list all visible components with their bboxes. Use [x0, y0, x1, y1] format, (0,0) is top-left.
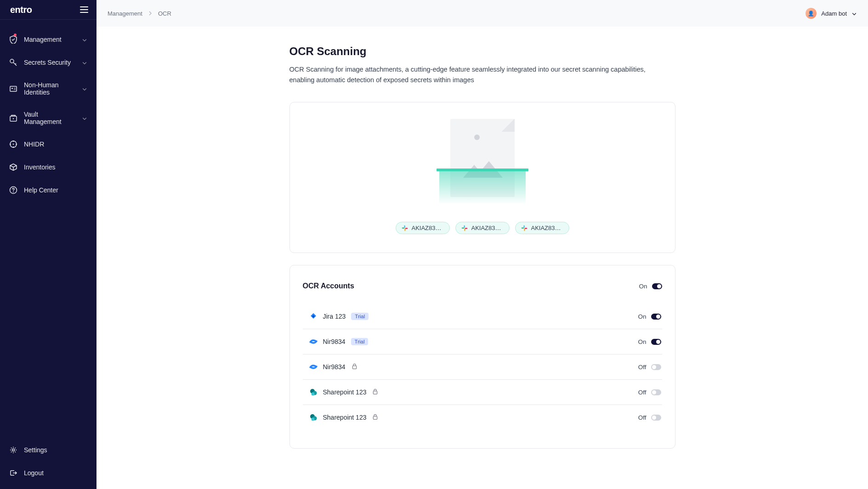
logout-icon [9, 469, 17, 477]
sidebar-item-nhidr[interactable]: NHIDR [0, 133, 96, 156]
account-name: Sharepoint 123 [323, 388, 367, 396]
confluence-icon [309, 337, 318, 346]
toggle-state-label: Off [638, 389, 647, 396]
illustration-card: AKIAZ837FG…AKIAZ837FG…AKIAZ837FG… [289, 102, 675, 253]
account-row: Nir9834Off [303, 354, 662, 380]
account-toggle[interactable] [651, 339, 661, 345]
vault-icon [9, 114, 17, 122]
master-toggle-label: On [639, 283, 647, 290]
chevron-down-icon [82, 114, 87, 122]
trial-badge: Trial [351, 313, 369, 320]
sidebar-item-management[interactable]: Management [0, 28, 96, 51]
account-name: Nir9834 [323, 363, 346, 371]
sidebar-item-logout[interactable]: Logout [0, 461, 96, 484]
account-name: Jira 123 [323, 313, 346, 320]
breadcrumb-leaf[interactable]: OCR [158, 10, 171, 17]
breadcrumb-root[interactable]: Management [108, 10, 142, 17]
lock-icon [372, 388, 379, 396]
account-toggle-group: Off [638, 414, 661, 421]
chevron-down-icon [82, 36, 87, 43]
master-toggle-group: On [639, 283, 662, 290]
account-info: Sharepoint 123 [309, 413, 379, 422]
toggle-state-label: Off [638, 414, 647, 421]
account-info: Nir9834 [309, 363, 358, 371]
account-row: Jira 123TrialOn [303, 304, 662, 329]
token-label: AKIAZ837FG… [471, 225, 504, 231]
account-row: Sharepoint 123Off [303, 380, 662, 405]
box-icon [9, 163, 17, 171]
toggle-state-label: On [638, 338, 646, 345]
lock-icon [372, 413, 379, 422]
sidebar-item-label: Secrets Security [24, 59, 75, 66]
detected-token-pill: AKIAZ837FG… [515, 222, 569, 234]
notification-dot [14, 34, 17, 36]
avatar: 👤 [806, 8, 817, 19]
token-label: AKIAZ837FG… [412, 225, 444, 231]
accounts-list: Jira 123TrialOnNir9834TrialOnNir9834OffS… [303, 304, 662, 430]
slack-icon [461, 225, 468, 231]
user-menu[interactable]: 👤 Adam bot [806, 8, 857, 19]
master-toggle[interactable] [652, 283, 662, 289]
sidebar-item-inventories[interactable]: Inventories [0, 156, 96, 179]
account-name: Nir9834 [323, 338, 346, 345]
shield-check-icon [9, 35, 17, 44]
jira-icon [309, 312, 318, 320]
menu-toggle-icon[interactable] [80, 6, 88, 13]
sharepoint-icon [309, 388, 318, 396]
sidebar-item-help-center[interactable]: Help Center [0, 179, 96, 202]
chevron-right-icon [148, 10, 153, 17]
toggle-state-label: Off [638, 364, 647, 371]
sidebar-item-label: Vault Management [24, 111, 75, 125]
page-description: OCR Scanning for image attachments, a cu… [289, 64, 666, 85]
toggle-state-label: On [638, 313, 646, 320]
breadcrumb: Management OCR [108, 10, 171, 17]
target-icon [9, 140, 17, 148]
chevron-down-icon [82, 59, 87, 66]
section-title: OCR Accounts [303, 282, 354, 290]
sidebar-item-label: Non-Human Identities [24, 81, 75, 96]
account-toggle[interactable] [651, 314, 661, 320]
sidebar-item-label: Logout [24, 469, 87, 477]
confluence-icon [309, 363, 318, 371]
detected-tokens: AKIAZ837FG…AKIAZ837FG…AKIAZ837FG… [396, 222, 569, 234]
sidebar-item-label: Management [24, 36, 75, 43]
ocr-illustration [437, 119, 528, 211]
account-toggle-group: Off [638, 389, 661, 396]
sharepoint-icon [309, 413, 318, 422]
account-toggle[interactable] [651, 415, 661, 421]
sidebar-item-label: Help Center [24, 186, 87, 194]
accounts-card: OCR Accounts On Jira 123TrialOnNir9834Tr… [289, 265, 675, 449]
detected-token-pill: AKIAZ837FG… [455, 222, 510, 234]
sidebar-header: entro [0, 0, 96, 20]
sidebar-item-non-human-identities[interactable]: Non-Human Identities [0, 74, 96, 103]
id-card-icon [9, 84, 17, 93]
account-info: Sharepoint 123 [309, 388, 379, 396]
page-title: OCR Scanning [289, 45, 675, 58]
account-toggle[interactable] [651, 389, 661, 395]
sidebar-item-label: Settings [24, 446, 87, 454]
sidebar-footer: SettingsLogout [0, 438, 96, 489]
sidebar-nav: ManagementSecrets SecurityNon-Human Iden… [0, 20, 96, 438]
account-info: Nir9834Trial [309, 337, 369, 346]
account-row: Sharepoint 123Off [303, 405, 662, 430]
sidebar-item-vault-management[interactable]: Vault Management [0, 103, 96, 133]
accounts-header: OCR Accounts On [303, 282, 662, 290]
sidebar-item-label: NHIDR [24, 141, 87, 148]
lock-icon [351, 363, 358, 371]
sidebar-item-secrets-security[interactable]: Secrets Security [0, 51, 96, 74]
sidebar-item-settings[interactable]: Settings [0, 438, 96, 461]
account-row: Nir9834TrialOn [303, 329, 662, 354]
help-icon [9, 186, 17, 194]
user-name: Adam bot [821, 10, 847, 17]
account-info: Jira 123Trial [309, 312, 369, 320]
slack-icon [402, 225, 408, 231]
key-icon [9, 58, 17, 67]
chevron-down-icon [851, 11, 857, 16]
account-name: Sharepoint 123 [323, 414, 367, 421]
account-toggle-group: On [638, 313, 661, 320]
account-toggle[interactable] [651, 364, 661, 370]
detected-token-pill: AKIAZ837FG… [396, 222, 450, 234]
token-label: AKIAZ837FG… [531, 225, 563, 231]
sidebar-item-label: Inventories [24, 163, 87, 171]
slack-icon [521, 225, 528, 231]
